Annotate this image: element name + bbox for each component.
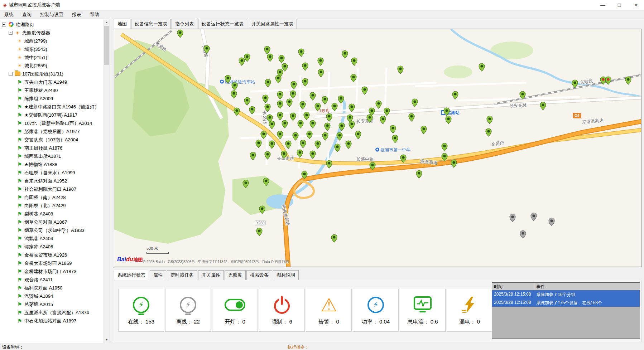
main-tab-0[interactable]: 地图	[114, 19, 130, 29]
menu-system[interactable]: 系统	[0, 10, 18, 19]
close-button[interactable]: ×	[628, 0, 644, 10]
map-pin-online-icon[interactable]	[380, 116, 386, 124]
menu-query[interactable]: 查询	[18, 10, 36, 19]
map-pin-online-icon[interactable]	[375, 100, 382, 109]
map-pin-online-icon[interactable]	[390, 125, 396, 133]
tree-device-7[interactable]: ⚑交警队东（107南）A2004	[0, 136, 104, 144]
map-pin-online-icon[interactable]	[314, 103, 321, 111]
map-pin-online-icon[interactable]	[331, 234, 337, 243]
map-pin-online-icon[interactable]	[345, 140, 352, 149]
tree-device-17[interactable]: ⚑烟草公司对面 A1867	[0, 218, 104, 226]
map-pin-online-icon[interactable]	[351, 57, 357, 66]
minimize-button[interactable]: —	[595, 0, 611, 10]
map-pin-online-icon[interactable]	[392, 135, 398, 143]
map-pin-online-icon[interactable]	[314, 140, 321, 149]
map-pin-online-icon[interactable]	[338, 95, 344, 104]
event-row[interactable]: 2025/3/28 12:15:08系统加载了16个分组	[492, 290, 640, 298]
map-pin-online-icon[interactable]	[342, 50, 348, 59]
tree-device-5[interactable]: ⚑107北（建新中路路口西）A2014	[0, 119, 104, 127]
map-pin-online-icon[interactable]	[242, 180, 249, 188]
tree-expander-icon[interactable]	[2, 23, 6, 26]
menu-report[interactable]: 报表	[68, 10, 86, 19]
tree-device-28[interactable]: ⚑五里派出所（富源汽配）A1874	[0, 308, 104, 317]
map-pin-online-icon[interactable]	[326, 160, 332, 169]
map-pin-online-icon[interactable]	[338, 122, 345, 131]
event-row[interactable]: 2025/3/28 12:15:08系统加载了175个设备，在线153个	[492, 298, 640, 307]
map-pin-online-icon[interactable]	[452, 91, 458, 99]
tree-device-25[interactable]: ⚑福利院对面 A1950	[0, 284, 104, 292]
tree-device-12[interactable]: ⚑自来水斜对面 A1952	[0, 177, 104, 185]
map-pin-online-icon[interactable]	[412, 98, 418, 107]
tree-device-29[interactable]: ⚑中石化加油站对面 A1897	[0, 317, 104, 325]
map-pin-online-icon[interactable]	[255, 140, 262, 148]
tree-device-9[interactable]: ⚑城西派出所A1871	[0, 152, 104, 160]
map-pin-online-icon[interactable]	[309, 120, 316, 128]
bottom-tab-1[interactable]: 属性	[150, 270, 166, 280]
map-pin-offline-icon[interactable]	[530, 213, 537, 221]
map-pin-online-icon[interactable]	[225, 75, 231, 83]
maximize-button[interactable]: □	[611, 0, 628, 10]
tree-device-11[interactable]: ⚑石咀桥（自来水）A1999	[0, 169, 104, 177]
tree-device-16[interactable]: ⚑梨树巷 A2408	[0, 210, 104, 218]
map-pin-online-icon[interactable]	[290, 90, 296, 99]
map-pin-online-icon[interactable]	[451, 159, 457, 168]
tree-device-2[interactable]: ⚑陈家组 A2009	[0, 94, 104, 103]
map-pin-online-icon[interactable]	[350, 74, 357, 82]
map-pin-online-icon[interactable]	[408, 113, 415, 122]
map-pin-online-icon[interactable]	[260, 131, 267, 139]
map-pin-online-icon[interactable]	[317, 57, 324, 66]
map-pin-online-icon[interactable]	[485, 128, 492, 137]
map-pin-online-icon[interactable]	[267, 53, 273, 62]
map-pin-online-icon[interactable]	[278, 55, 285, 63]
tree-expander-icon[interactable]	[9, 72, 13, 76]
map-pin-online-icon[interactable]	[302, 78, 308, 87]
map-pin-online-icon[interactable]	[298, 48, 304, 57]
tree-scrollbar[interactable]: ▲ ▼	[104, 19, 110, 343]
tree-sensor-2[interactable]: ☀城中(2151)	[0, 53, 104, 62]
map-pin-online-icon[interactable]	[625, 76, 631, 85]
main-tab-2[interactable]: 指令列表	[172, 19, 197, 29]
map-pin-online-icon[interactable]	[572, 79, 578, 88]
map-pin-online-icon[interactable]	[264, 103, 271, 112]
map-pin-online-icon[interactable]	[309, 150, 316, 159]
bottom-tab-3[interactable]: 开关属性	[198, 270, 224, 280]
map-pin-online-icon[interactable]	[277, 131, 283, 139]
map-pin-online-icon[interactable]	[400, 154, 407, 163]
tree-device-20[interactable]: ⚑谭家冲 A2406	[0, 243, 104, 251]
map-pin-offline-icon[interactable]	[548, 218, 555, 226]
map-pin-online-icon[interactable]	[282, 120, 288, 128]
map-pin-online-icon[interactable]	[420, 126, 427, 134]
map-pin-online-icon[interactable]	[384, 107, 390, 116]
scroll-up-icon[interactable]: ▲	[104, 19, 110, 25]
map-pin-online-icon[interactable]	[244, 97, 250, 106]
tree-device-8[interactable]: ⚑南正街转盘 A1876	[0, 144, 104, 152]
map-pin-online-icon[interactable]	[277, 100, 283, 109]
bottom-tab-6[interactable]: 图标说明	[273, 270, 299, 280]
main-tab-1[interactable]: 设备信息一览表	[131, 19, 171, 29]
main-tab-3[interactable]: 设备运行状态一览表	[198, 19, 247, 29]
scroll-down-icon[interactable]: ▼	[104, 337, 110, 343]
bottom-tab-2[interactable]: 定时器任务	[167, 270, 197, 280]
tree-sensor-0[interactable]: ☀城西(2799)	[0, 37, 104, 45]
map-pin-online-icon[interactable]	[302, 62, 308, 71]
map-view[interactable]: 长盛路长白路临湘长途汽车站长盛路市政府长安东路临湘站长安东路京港线G4京港澳高速…	[114, 29, 641, 267]
tree-device-4[interactable]: ⚑★交警队西(107南) A1917	[0, 111, 104, 119]
map-pin-online-icon[interactable]	[336, 132, 343, 141]
map-pin-online-icon[interactable]	[331, 103, 338, 111]
map-pin-online-icon[interactable]	[369, 162, 376, 170]
tree-device-22[interactable]: ⚑金桥大市场对面 A1869	[0, 259, 104, 267]
map-pin-online-icon[interactable]	[290, 81, 297, 89]
tree-device-10[interactable]: ⚑★博物馆 A1888	[0, 160, 104, 169]
map-pin-online-icon[interactable]	[349, 103, 355, 112]
map-pin-online-icon[interactable]	[519, 91, 526, 99]
map-pin-online-icon[interactable]	[355, 131, 361, 139]
map-pin-online-icon[interactable]	[265, 79, 271, 87]
map-pin-online-icon[interactable]	[322, 96, 328, 104]
map-pin-online-icon[interactable]	[277, 112, 283, 120]
map-pin-online-icon[interactable]	[318, 69, 324, 77]
menu-help[interactable]: 帮助	[86, 10, 104, 19]
map-pin-online-icon[interactable]	[349, 121, 355, 129]
map-pin-online-icon[interactable]	[416, 170, 422, 179]
map-pin-alarm-icon[interactable]	[605, 76, 611, 85]
map-pin-online-icon[interactable]	[290, 112, 296, 121]
